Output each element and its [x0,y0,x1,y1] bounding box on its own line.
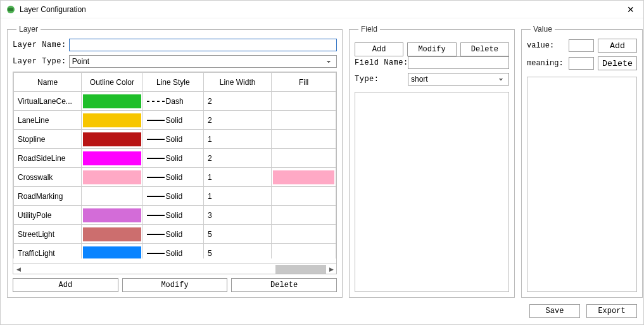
cell-outline-color [82,92,142,111]
col-name-header: Name [14,73,82,92]
solid-line-icon [147,196,165,197]
cell-outline-color [82,130,142,149]
meaning-label: meaning: [527,59,565,68]
field-name-row: Field Name: [355,56,509,69]
field-modify-button[interactable]: Modify [407,42,456,56]
layer-fieldset: Layer Layer Name: Layer Type: Point Name [7,25,343,298]
cell-fill [272,244,336,259]
color-swatch [83,151,141,165]
svg-rect-1 [8,8,13,11]
field-legend: Field [358,25,380,34]
cell-fill [272,149,336,168]
cell-outline-color [82,206,142,225]
solid-line-icon [147,139,165,140]
cell-name: RoadMarking [14,187,82,206]
value-input[interactable] [569,39,594,52]
cell-fill [272,187,336,206]
close-button[interactable]: ✕ [623,4,638,15]
cell-line-width: 5 [204,244,272,259]
cell-line-style: Solid [142,187,203,206]
color-swatch [83,208,141,222]
line-style-text: Solid [166,173,183,182]
col-line-width-header: Line Width [204,73,272,92]
line-style-text: Solid [166,154,183,163]
value-add-button[interactable]: Add [598,39,637,53]
solid-line-icon [147,234,165,235]
field-type-row: Type: short [355,73,509,86]
cell-name: StreetLight [14,225,82,244]
solid-line-icon [147,158,165,159]
cell-fill [272,168,336,187]
solid-line-icon [147,215,165,216]
table-row[interactable]: RoadSideLineSolid2 [14,149,336,168]
cell-name: LaneLine [14,111,82,130]
cell-line-style: Solid [142,225,203,244]
value-value-row: value: Add [527,39,637,53]
cell-name: UtilityPole [14,206,82,225]
col-outline-color-header: Outline Color [82,73,142,92]
cell-line-width: 1 [204,130,272,149]
cell-line-width: 2 [204,149,272,168]
cell-line-width: 2 [204,111,272,130]
table-row[interactable]: VirtualLaneCe...Dash2 [14,92,336,111]
layer-modify-button[interactable]: Modify [122,278,228,292]
cell-outline-color [82,187,142,206]
layer-type-select[interactable]: Point [69,55,337,68]
value-delete-button[interactable]: Delete [598,56,637,70]
field-delete-button[interactable]: Delete [460,42,509,56]
cell-name: RoadSideLine [14,149,82,168]
meaning-input[interactable] [569,57,594,70]
layer-table-scroll[interactable]: Name Outline Color Line Style Line Width… [13,72,336,258]
cell-fill [272,111,336,130]
app-icon [6,4,16,15]
cell-fill [272,92,336,111]
scroll-right-arrow[interactable]: ▶ [326,265,336,274]
scroll-thumb[interactable] [275,265,326,274]
fill-swatch [273,170,334,184]
cell-outline-color [82,225,142,244]
export-button[interactable]: Export [586,304,637,318]
value-fieldset: Value value: Add meaning: Delete [521,25,643,298]
value-meaning-row: meaning: Delete [527,56,637,70]
cell-line-style: Solid [142,130,203,149]
cell-outline-color [82,168,142,187]
layer-legend: Layer [16,25,41,34]
field-type-select[interactable]: short [408,73,509,86]
value-label: value: [527,41,565,50]
value-listbox[interactable] [527,77,637,292]
field-fieldset: Field Add Modify Delete Field Name: Type… [349,25,515,298]
horizontal-scrollbar[interactable]: ◀ ▶ [13,264,337,274]
table-row[interactable]: TrafficLightSolid5 [14,244,336,259]
cell-name: VirtualLaneCe... [14,92,82,111]
field-listbox[interactable] [355,92,509,292]
color-swatch [83,132,141,146]
layer-button-row: Add Modify Delete [13,278,337,292]
window-title: Layer Configuration [20,5,623,14]
color-swatch [83,94,141,108]
table-row[interactable]: StreetLightSolid5 [14,225,336,244]
table-row[interactable]: UtilityPoleSolid3 [14,206,336,225]
layer-add-button[interactable]: Add [13,278,118,292]
col-line-style-header: Line Style [142,73,203,92]
titlebar: Layer Configuration ✕ [1,1,643,18]
cell-line-width: 5 [204,225,272,244]
scroll-track[interactable] [23,265,326,274]
save-button[interactable]: Save [529,304,580,318]
layer-delete-button[interactable]: Delete [231,278,337,292]
layer-table: Name Outline Color Line Style Line Width… [13,72,336,258]
cell-line-style: Solid [142,244,203,259]
field-name-input[interactable] [408,56,509,69]
color-swatch [83,246,141,259]
cell-outline-color [82,244,142,259]
field-add-button[interactable]: Add [355,42,403,56]
table-row[interactable]: CrosswalkSolid1 [14,168,336,187]
table-row[interactable]: RoadMarkingSolid1 [14,187,336,206]
table-row[interactable]: StoplineSolid1 [14,130,336,149]
cell-fill [272,130,336,149]
table-row[interactable]: LaneLineSolid2 [14,111,336,130]
scroll-left-arrow[interactable]: ◀ [13,265,23,274]
dash-line-icon [147,101,165,102]
layer-name-input[interactable] [69,39,337,51]
layer-name-label: Layer Name: [13,41,66,49]
cell-line-style: Solid [142,206,203,225]
